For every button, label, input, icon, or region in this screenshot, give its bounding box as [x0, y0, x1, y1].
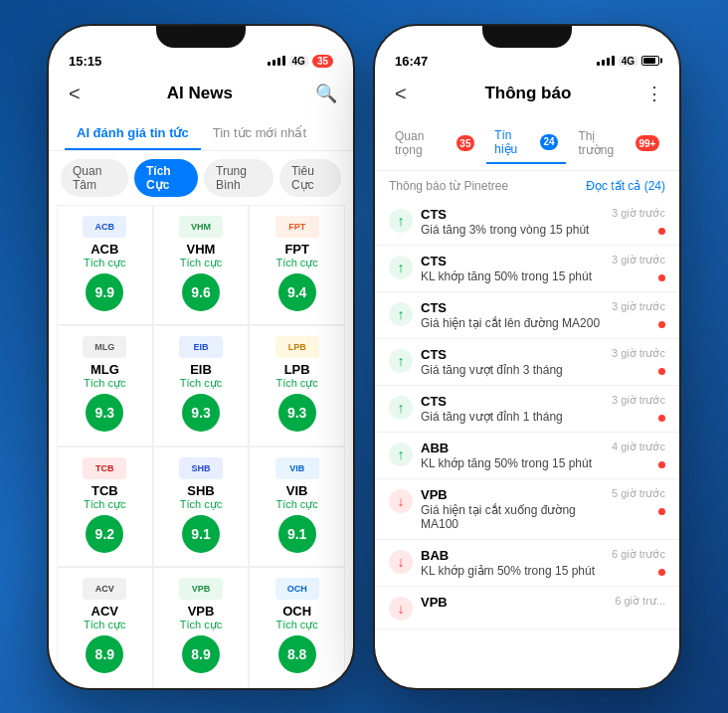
notif-unread-dot	[658, 228, 665, 235]
stock-label: Tích cực	[275, 498, 317, 511]
battery-icon-2	[641, 56, 659, 66]
notif-time: 5 giờ trước	[612, 487, 665, 500]
stock-label: Tích cực	[84, 257, 125, 269]
stock-label: Tích cực	[84, 498, 125, 511]
stock-score: 9.1	[278, 515, 316, 553]
stock-card-shb[interactable]: SHB SHB Tích cực 9.1	[153, 446, 250, 568]
stock-card-och[interactable]: OCH OCH Tích cực 8.8	[249, 567, 345, 688]
notif-desc: Giá hiện tại cắt lên đường MA200	[421, 316, 604, 330]
notif-item[interactable]: ↑ CTS Giá tăng vượt đỉnh 3 tháng 3 giờ t…	[375, 339, 679, 386]
stock-score: 8.8	[278, 635, 316, 673]
status-right-2: 4G	[597, 56, 659, 67]
notif-list: ↑ CTS Giá tăng 3% trong vòng 15 phút 3 g…	[375, 199, 679, 688]
notif-desc: Giá hiện tại cắt xuống đường MA100	[421, 503, 604, 531]
notif-unread-dot	[658, 274, 665, 281]
notif-desc: Giá tăng vượt đỉnh 1 tháng	[421, 410, 604, 424]
stock-card-fpt[interactable]: FPT FPT Tích cực 9.4	[249, 205, 345, 326]
stock-score: 9.3	[278, 394, 316, 432]
stock-label: Tích cực	[180, 498, 222, 511]
back-button-2[interactable]: <	[391, 79, 411, 109]
notif-item[interactable]: ↑ CTS Giá hiện tại cắt lên đường MA200 3…	[375, 292, 679, 339]
notif-direction-icon: ↑	[389, 396, 413, 420]
stock-name: ACV	[91, 604, 118, 619]
stock-card-acv[interactable]: ACV ACV Tích cực 8.9	[57, 567, 153, 688]
stock-card-acb[interactable]: ACB ACB Tích cực 9.9	[57, 205, 153, 326]
phone-1: 15:15 4G 35 < AI News 🔍	[47, 24, 355, 690]
notif-direction-icon: ↓	[389, 550, 413, 574]
tab-latest-news[interactable]: Tin tức mới nhất	[201, 117, 318, 150]
battery-badge-1: 35	[312, 55, 333, 68]
stock-logo: TCB	[83, 457, 126, 479]
stock-logo: FPT	[275, 216, 319, 238]
notif-time: 3 giờ trước	[612, 254, 665, 267]
notif-time: 3 giờ trước	[612, 300, 665, 313]
stock-card-mlg[interactable]: MLG MLG Tích cực 9.3	[57, 325, 153, 446]
signal-label-2: 4G	[619, 56, 637, 67]
stock-label: Tích cực	[180, 619, 222, 631]
back-button-1[interactable]: <	[65, 79, 85, 109]
notif-item[interactable]: ↓ BAB KL khớp giảm 50% trong 15 phút 6 g…	[375, 540, 679, 587]
stock-logo: VPB	[179, 578, 223, 600]
stock-name: ACB	[91, 242, 118, 257]
notch-1	[156, 26, 246, 48]
notif-time: 6 giờ trước	[612, 548, 665, 561]
stock-card-lpb[interactable]: LPB LPB Tích cực 9.3	[249, 325, 345, 446]
stock-score: 9.6	[182, 273, 220, 311]
notif-direction-icon: ↑	[389, 349, 413, 373]
search-icon-1[interactable]: 🔍	[315, 83, 337, 104]
tab-signal[interactable]: Tín hiệu 24	[486, 123, 566, 164]
notif-direction-icon: ↓	[389, 489, 413, 513]
notif-content: CTS Giá tăng vượt đỉnh 1 tháng	[421, 394, 604, 424]
stock-logo: ACB	[83, 216, 126, 238]
stock-card-vhm[interactable]: VHM VHM Tích cực 9.6	[153, 205, 250, 326]
notif-item[interactable]: ↓ VPB 6 giờ trư...	[375, 587, 679, 629]
stock-label: Tích cực	[275, 619, 317, 631]
stock-score: 9.3	[182, 394, 220, 432]
tab-neutral[interactable]: Trung Bình	[204, 159, 273, 197]
notif-unread-dot	[658, 321, 665, 328]
tab-positive[interactable]: Tích Cực	[134, 159, 198, 197]
stock-card-eib[interactable]: EIB EIB Tích cực 9.3	[153, 325, 250, 446]
notif-item[interactable]: ↑ ABB KL khớp tăng 50% trong 15 phút 4 g…	[375, 433, 679, 479]
tab-ai-review[interactable]: AI đánh giá tin tức	[65, 117, 201, 150]
notif-ticker: CTS	[421, 394, 604, 409]
stock-logo: OCH	[275, 578, 319, 600]
tab-important[interactable]: Quan trọng 35	[387, 123, 482, 164]
stock-name: VPB	[188, 604, 215, 619]
notif-item[interactable]: ↑ CTS Giá tăng 3% trong vòng 15 phút 3 g…	[375, 199, 679, 246]
tab-negative[interactable]: Tiêu Cực	[279, 159, 341, 197]
stock-name: EIB	[190, 362, 212, 377]
notif-content: CTS Giá tăng vượt đỉnh 3 tháng	[421, 347, 604, 377]
notif-content: VPB Giá hiện tại cắt xuống đường MA100	[421, 487, 604, 531]
stock-card-tcb[interactable]: TCB TCB Tích cực 9.2	[57, 446, 153, 568]
stock-name: LPB	[284, 362, 310, 377]
notif-direction-icon: ↓	[389, 597, 413, 621]
notif-time: 3 giờ trước	[612, 207, 665, 220]
tab-market[interactable]: Thị trường 99+	[570, 123, 667, 164]
stock-logo: SHB	[179, 457, 223, 479]
notif-unread-dot	[658, 508, 665, 515]
stock-label: Tích cực	[84, 619, 125, 631]
stock-score: 9.4	[278, 273, 316, 311]
notif-ticker: ABB	[421, 441, 604, 455]
stock-logo: EIB	[179, 336, 223, 358]
notif-ticker: BAB	[421, 548, 604, 563]
tab-watch[interactable]: Quan Tâm	[61, 159, 128, 197]
stock-score: 9.3	[86, 394, 123, 432]
notif-item[interactable]: ↑ CTS KL khớp tăng 50% trong 15 phút 3 g…	[375, 246, 679, 292]
read-all-button[interactable]: Đọc tất cả (24)	[586, 179, 665, 193]
notif-content: ABB KL khớp tăng 50% trong 15 phút	[421, 441, 604, 470]
stock-name: MLG	[91, 362, 119, 377]
time-2: 16:47	[395, 54, 428, 69]
notif-time: 4 giờ trước	[612, 441, 665, 453]
notif-source: Thông báo từ Pinetree	[389, 179, 508, 193]
stock-logo: ACV	[83, 578, 126, 600]
more-icon[interactable]: ⋮	[645, 83, 663, 104]
stock-card-vib[interactable]: VIB VIB Tích cực 9.1	[249, 446, 345, 568]
stock-label: Tích cực	[84, 377, 125, 390]
stock-card-vpb[interactable]: VPB VPB Tích cực 8.9	[153, 567, 250, 688]
notif-desc: KL khớp giảm 50% trong 15 phút	[421, 564, 604, 578]
notif-ticker: CTS	[421, 347, 604, 362]
notif-item[interactable]: ↑ CTS Giá tăng vượt đỉnh 1 tháng 3 giờ t…	[375, 386, 679, 433]
notif-item[interactable]: ↓ VPB Giá hiện tại cắt xuống đường MA100…	[375, 479, 679, 540]
